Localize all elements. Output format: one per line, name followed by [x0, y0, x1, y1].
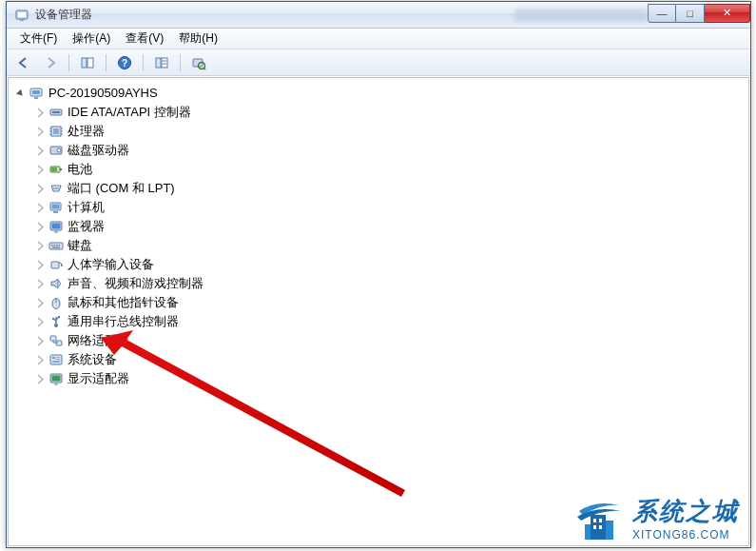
svg-rect-16 [34, 97, 38, 99]
minimize-button[interactable]: — [648, 4, 676, 23]
tree-node-label: 磁盘驱动器 [68, 141, 129, 160]
menu-file[interactable]: 文件(F) [12, 29, 65, 49]
svg-rect-55 [50, 336, 56, 341]
forward-button[interactable] [39, 52, 62, 73]
svg-rect-20 [53, 128, 59, 134]
svg-point-34 [57, 187, 59, 189]
tree-root[interactable]: PC-20190509AYHS [16, 84, 748, 103]
svg-rect-37 [53, 211, 58, 213]
tree-node-label: 声音、视频和游戏控制器 [68, 274, 204, 293]
tree-node-label: 显示适配器 [68, 369, 129, 388]
tree-node[interactable]: 显示适配器 [16, 369, 748, 388]
expand-icon[interactable] [35, 146, 46, 156]
device-tree-pane[interactable]: PC-20190509AYHS IDE ATA/ATAPI 控制器处理器磁盘驱动… [8, 77, 749, 546]
expand-icon[interactable] [35, 374, 46, 384]
tree-node-label: 键盘 [68, 236, 92, 255]
tree-node[interactable]: 监视器 [16, 217, 748, 236]
menu-help[interactable]: 帮助(H) [171, 29, 225, 49]
menubar: 文件(F) 操作(A) 查看(V) 帮助(H) [7, 29, 750, 49]
expand-icon[interactable] [35, 336, 46, 346]
scan-hardware-button[interactable] [187, 52, 210, 73]
svg-rect-69 [593, 525, 596, 529]
watermark-logo-icon [573, 492, 625, 543]
svg-rect-54 [58, 316, 60, 318]
window-controls: — □ ✕ [648, 4, 750, 23]
svg-rect-4 [87, 58, 93, 68]
sound-icon [48, 276, 64, 291]
keyboard-icon [48, 238, 64, 253]
tree-node[interactable]: 通用串行总线控制器 [16, 312, 748, 331]
tree-node[interactable]: 端口 (COM 和 LPT) [16, 179, 748, 198]
svg-rect-15 [32, 90, 40, 94]
svg-rect-47 [51, 262, 59, 268]
tree-node[interactable]: 鼠标和其他指针设备 [16, 293, 748, 312]
expand-icon[interactable] [35, 260, 46, 270]
properties-button[interactable] [150, 52, 173, 73]
back-button[interactable] [12, 52, 35, 73]
console-tree-button[interactable] [76, 52, 99, 73]
expand-icon[interactable] [35, 241, 46, 251]
tree-node-label: 网络适配器 [68, 331, 129, 350]
expand-icon[interactable] [35, 127, 46, 137]
expand-icon[interactable] [35, 355, 46, 365]
cpu-icon [48, 124, 64, 139]
svg-rect-36 [52, 205, 60, 209]
expand-icon[interactable] [35, 298, 46, 308]
expand-icon[interactable] [35, 108, 46, 118]
window-title: 设备管理器 [35, 7, 419, 23]
titlebar: 设备管理器 — □ ✕ [7, 2, 750, 29]
computer-icon [48, 200, 64, 215]
collapse-icon[interactable] [16, 89, 27, 99]
expand-icon[interactable] [35, 317, 46, 327]
app-icon [14, 8, 29, 23]
tree-node[interactable]: 键盘 [16, 236, 748, 255]
monitor-icon [48, 219, 64, 234]
svg-point-48 [61, 265, 63, 266]
expand-icon[interactable] [35, 279, 46, 289]
svg-rect-45 [59, 245, 61, 246]
tree-node-label: 通用串行总线控制器 [68, 312, 179, 331]
window-frame: 设备管理器 — □ ✕ 文件(F) 操作(A) 查看(V) 帮助(H) ? [6, 1, 751, 548]
svg-rect-7 [156, 58, 161, 68]
svg-rect-67 [593, 519, 596, 522]
tree-node-label: 监视器 [68, 217, 105, 236]
tree-node[interactable]: 系统设备 [16, 350, 748, 369]
menu-action[interactable]: 操作(A) [65, 29, 118, 49]
svg-rect-70 [599, 525, 602, 529]
svg-rect-71 [585, 524, 591, 540]
toolbar: ? [7, 49, 750, 76]
svg-rect-42 [51, 245, 53, 246]
svg-rect-68 [599, 519, 602, 522]
port-icon [48, 181, 64, 196]
expand-icon[interactable] [35, 222, 46, 232]
tree-node[interactable]: 电池 [16, 160, 748, 179]
watermark: 系统之城 XITONG86.COM [573, 492, 739, 543]
expand-icon[interactable] [35, 165, 46, 175]
tree-node[interactable]: 磁盘驱动器 [16, 141, 748, 160]
help-button[interactable]: ? [113, 52, 136, 73]
mouse-icon [48, 295, 64, 310]
watermark-url: XITONG86.COM [632, 528, 729, 541]
tree-node[interactable]: 网络适配器 [16, 331, 748, 350]
toolbar-separator [106, 54, 107, 71]
tree-node[interactable]: 处理器 [16, 122, 748, 141]
close-button[interactable]: ✕ [705, 4, 750, 23]
svg-rect-46 [52, 247, 60, 248]
computer-icon [29, 86, 45, 101]
tree-node[interactable]: 计算机 [16, 198, 748, 217]
tree-node[interactable]: 人体学输入设备 [16, 255, 748, 274]
maximize-button[interactable]: □ [676, 4, 705, 23]
svg-rect-2 [20, 19, 24, 21]
menu-view[interactable]: 查看(V) [118, 29, 171, 49]
tree-node[interactable]: 声音、视频和游戏控制器 [16, 274, 748, 293]
tree-node-label: IDE ATA/ATAPI 控制器 [68, 103, 191, 122]
svg-point-28 [57, 148, 61, 152]
device-tree: PC-20190509AYHS IDE ATA/ATAPI 控制器处理器磁盘驱动… [9, 78, 748, 388]
hid-icon [48, 257, 64, 272]
tree-node[interactable]: IDE ATA/ATAPI 控制器 [16, 103, 748, 122]
expand-icon[interactable] [35, 203, 46, 213]
ide-icon [48, 105, 64, 120]
expand-icon[interactable] [35, 184, 46, 194]
svg-rect-59 [56, 357, 60, 358]
disk-icon [48, 143, 64, 158]
